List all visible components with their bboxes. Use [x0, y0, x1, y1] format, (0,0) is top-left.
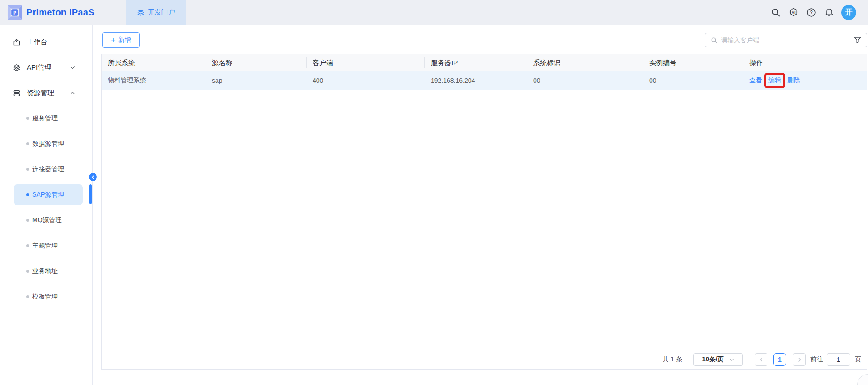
page-size-value: 10条/页 [702, 355, 723, 364]
search-icon [711, 37, 717, 44]
cell-source-name: sap [206, 71, 307, 90]
chevron-right-icon [797, 357, 802, 362]
table-row[interactable]: 物料管理系统 sap 400 192.168.16.204 00 00 查看 编… [102, 71, 867, 90]
sidebar-subitem-connector-management[interactable]: 连接器管理 [0, 157, 92, 182]
app-window: P Primeton iPaaS 开发门户 [0, 0, 868, 385]
sidebar-item-label: 资源管理 [27, 89, 54, 97]
filter-funnel-icon[interactable] [854, 36, 861, 44]
chevron-down-icon [729, 357, 734, 362]
svg-text:AI: AI [792, 10, 795, 15]
sidebar-subitem-label: MQ源管理 [32, 216, 62, 224]
search-icon[interactable] [770, 7, 781, 18]
page-size-select[interactable]: 10条/页 [693, 353, 743, 366]
add-button-label: 新增 [118, 36, 131, 44]
sidebar-subitem-label: SAP源管理 [32, 191, 64, 199]
layers-icon [13, 64, 20, 71]
bullet-icon [26, 117, 29, 120]
home-icon [13, 38, 20, 46]
sidebar-subitem-label: 连接器管理 [32, 165, 64, 173]
view-link[interactable]: 查看 [749, 76, 762, 85]
user-avatar[interactable]: 开 [841, 5, 856, 20]
sidebar-nav: 工作台 API管理 资源管理 [0, 25, 93, 385]
sidebar-item-label: 工作台 [27, 38, 47, 46]
svg-text:?: ? [810, 10, 813, 15]
sidebar-subitem-mq-source-management[interactable]: MQ源管理 [0, 208, 92, 233]
bullet-icon [26, 219, 29, 222]
sidebar-item-resource-management[interactable]: 资源管理 [0, 80, 92, 106]
client-search-input[interactable] [717, 36, 854, 44]
plus-icon: + [111, 36, 115, 44]
sidebar-collapse-button[interactable] [89, 173, 97, 181]
pagination-bar: 共 1 条 10条/页 1 [102, 350, 867, 369]
sidebar-subitem-business-address[interactable]: 业务地址 [0, 258, 92, 284]
sidebar-item-label: API管理 [27, 63, 51, 72]
bullet-icon [26, 168, 29, 171]
cell-server-ip: 192.168.16.204 [425, 71, 527, 90]
total-count-label: 共 1 条 [662, 355, 682, 364]
layers-icon [137, 9, 145, 16]
sidebar-subitem-service-management[interactable]: 服务管理 [0, 106, 92, 131]
resource-stack-icon [13, 89, 20, 97]
sidebar-subitem-datasource-management[interactable]: 数据源管理 [0, 131, 92, 157]
top-header: P Primeton iPaaS 开发门户 [0, 0, 868, 25]
cell-system: 物料管理系统 [102, 71, 206, 90]
table-header-row: 所属系统 源名称 客户端 服务器IP 系统标识 实例编号 操作 [102, 54, 867, 71]
sidebar-item-api-management[interactable]: API管理 [0, 55, 92, 80]
svg-text:P: P [13, 10, 16, 15]
column-header: 源名称 [206, 54, 307, 71]
current-page-number: 1 [778, 356, 782, 363]
add-button[interactable]: + 新增 [102, 32, 140, 48]
table-card: 所属系统 源名称 客户端 服务器IP 系统标识 实例编号 操作 物料管理系统 s… [101, 54, 867, 370]
notification-bell-icon[interactable] [823, 7, 834, 18]
primeton-logo-icon: P [7, 5, 22, 20]
cell-client: 400 [307, 71, 425, 90]
column-header: 所属系统 [102, 54, 206, 71]
brand-logo-block[interactable]: P Primeton iPaaS [7, 0, 95, 25]
bullet-icon [26, 193, 29, 196]
sidebar-subitem-label: 模板管理 [32, 293, 58, 301]
chevron-left-icon [759, 357, 764, 362]
next-page-button[interactable] [793, 353, 806, 366]
tab-label: 开发门户 [148, 8, 175, 17]
chevron-up-icon [70, 91, 75, 96]
help-icon[interactable]: ? [806, 7, 817, 18]
sidebar-subitem-label: 业务地址 [32, 267, 58, 275]
chevron-left-icon [91, 175, 95, 179]
goto-label: 前往 [810, 355, 823, 364]
edit-link[interactable]: 编辑 [768, 76, 781, 85]
bullet-icon [26, 142, 29, 145]
sidebar-subitem-label: 主题管理 [32, 242, 58, 250]
header-actions: AI ? 开 [770, 0, 856, 25]
sidebar-subitem-template-management[interactable]: 模板管理 [0, 284, 92, 309]
current-page-button[interactable]: 1 [773, 353, 786, 366]
edit-link-annotated: 编辑 [768, 76, 781, 85]
column-header: 实例编号 [643, 54, 743, 71]
page-unit-label: 页 [855, 355, 861, 364]
previous-page-button[interactable] [755, 353, 767, 366]
sidebar-subitem-label: 服务管理 [32, 114, 58, 122]
column-header: 操作 [743, 54, 867, 71]
sidebar-subitem-label: 数据源管理 [32, 140, 64, 148]
cell-system-id: 00 [527, 71, 643, 90]
bullet-icon [26, 295, 29, 298]
delete-link[interactable]: 删除 [787, 76, 800, 85]
chevron-down-icon [70, 65, 75, 70]
client-search-box [705, 33, 867, 47]
column-header: 系统标识 [527, 54, 643, 71]
tab-dev-portal[interactable]: 开发门户 [126, 0, 186, 25]
goto-page-input[interactable] [827, 353, 850, 366]
main-content: + 新增 所属系统 源名称 客户端 服务器IP 系统标识 [93, 25, 868, 385]
active-item-indicator [89, 184, 92, 204]
table-body-empty-area [102, 90, 867, 350]
avatar-text: 开 [845, 8, 853, 17]
column-header: 服务器IP [425, 54, 527, 71]
sidebar-item-workbench[interactable]: 工作台 [0, 29, 92, 55]
column-header: 客户端 [307, 54, 425, 71]
ai-assistant-icon[interactable]: AI [788, 7, 799, 18]
cell-instance-no: 00 [643, 71, 743, 90]
brand-name: Primeton iPaaS [26, 7, 95, 18]
bullet-icon [26, 244, 29, 247]
sidebar-subitem-topic-management[interactable]: 主题管理 [0, 233, 92, 258]
sidebar-subitem-sap-source-management[interactable]: SAP源管理 [0, 182, 92, 208]
cell-actions: 查看 编辑 删除 [743, 71, 867, 90]
